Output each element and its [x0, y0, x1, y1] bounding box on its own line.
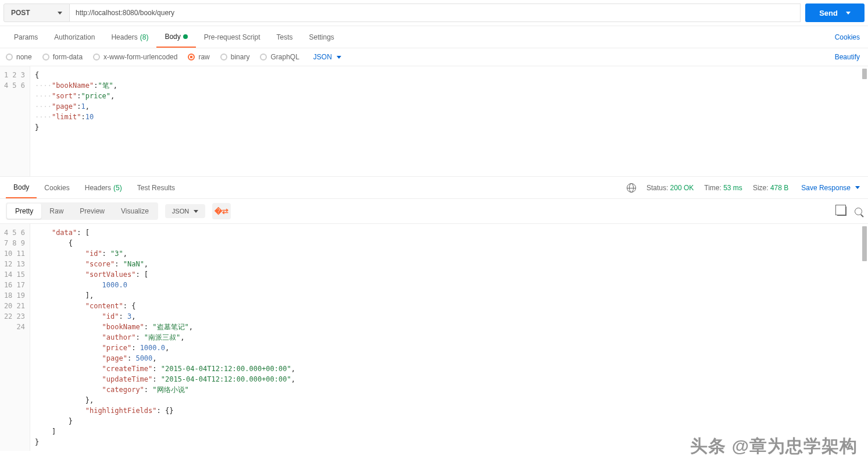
status: Status: 200 OK — [646, 184, 694, 192]
body-format-select[interactable]: JSON — [313, 53, 341, 61]
request-body-editor[interactable]: 1 2 3 4 5 6 { ····"bookName":"笔", ····"s… — [0, 66, 868, 177]
response-toolbar: Pretty Raw Preview Visualize JSON �⁣⇄ — [0, 199, 868, 224]
radio-urlencoded[interactable]: x-www-form-urlencoded — [93, 53, 177, 61]
time: Time: 53 ms — [704, 184, 742, 192]
chevron-down-icon — [855, 186, 860, 189]
minimap[interactable] — [862, 69, 867, 79]
radio-none[interactable]: none — [6, 53, 32, 61]
radio-icon — [188, 54, 195, 60]
url-input[interactable] — [70, 3, 801, 22]
resp-tab-body[interactable]: Body — [6, 177, 37, 198]
beautify-link[interactable]: Beautify — [833, 53, 862, 61]
radio-icon — [260, 54, 267, 60]
globe-icon[interactable] — [627, 183, 636, 193]
view-visualize[interactable]: Visualize — [113, 204, 157, 219]
tab-headers[interactable]: Headers (8) — [103, 26, 156, 48]
radio-icon — [93, 54, 100, 60]
send-button[interactable]: Send — [805, 3, 865, 22]
modified-dot-icon — [183, 34, 188, 39]
chevron-down-icon — [194, 210, 198, 213]
tab-tests[interactable]: Tests — [268, 26, 301, 48]
request-bar: POST Send — [0, 0, 868, 26]
line-gutter: 1 2 3 4 5 6 — [0, 66, 30, 176]
response-meta: Status: 200 OK Time: 53 ms Size: 478 B S… — [627, 183, 862, 193]
chevron-down-icon — [337, 56, 341, 59]
http-method-select[interactable]: POST — [3, 3, 70, 22]
view-mode-group: Pretty Raw Preview Visualize — [6, 202, 158, 220]
view-preview[interactable]: Preview — [72, 204, 113, 219]
request-tabs: Params Authorization Headers (8) Body Pr… — [0, 26, 868, 48]
response-body-editor[interactable]: 4 5 6 7 8 9 10 11 12 13 14 15 16 17 18 1… — [0, 224, 868, 451]
tab-settings[interactable]: Settings — [301, 26, 342, 48]
radio-graphql[interactable]: GraphQL — [260, 53, 299, 61]
tab-prerequest[interactable]: Pre-request Script — [196, 26, 269, 48]
code-content[interactable]: "data": [ { "id": "3", "score": "NaN", "… — [30, 224, 868, 451]
headers-count: (8) — [140, 33, 149, 41]
body-type-row: none form-data x-www-form-urlencoded raw… — [0, 48, 868, 66]
chevron-down-icon — [58, 12, 62, 15]
minimap[interactable] — [862, 226, 867, 261]
cookies-link[interactable]: Cookies — [833, 33, 862, 41]
response-tabs: Body Cookies Headers (5) Test Results St… — [0, 177, 868, 199]
view-pretty[interactable]: Pretty — [7, 204, 41, 219]
radio-formdata[interactable]: form-data — [42, 53, 83, 61]
resp-tab-testresults[interactable]: Test Results — [130, 177, 183, 198]
tab-body[interactable]: Body — [156, 26, 195, 48]
response-actions — [837, 206, 862, 216]
radio-binary[interactable]: binary — [220, 53, 250, 61]
send-label: Send — [819, 9, 838, 17]
headers-count: (5) — [113, 184, 122, 192]
response-format-select[interactable]: JSON — [165, 204, 205, 218]
wrap-lines-button[interactable]: �⁣⇄ — [212, 203, 231, 219]
radio-icon — [42, 54, 49, 60]
tab-authorization[interactable]: Authorization — [46, 26, 103, 48]
save-response-link[interactable]: Save Response — [799, 184, 862, 192]
copy-icon[interactable] — [837, 206, 846, 216]
tab-params[interactable]: Params — [6, 26, 46, 48]
line-gutter: 4 5 6 7 8 9 10 11 12 13 14 15 16 17 18 1… — [0, 224, 30, 451]
radio-icon — [6, 54, 13, 60]
code-content[interactable]: { ····"bookName":"笔", ····"sort":"price"… — [30, 66, 868, 176]
resp-tab-cookies[interactable]: Cookies — [37, 177, 77, 198]
resp-tab-headers[interactable]: Headers (5) — [77, 177, 130, 198]
search-icon[interactable] — [855, 208, 862, 215]
view-raw[interactable]: Raw — [41, 204, 72, 219]
size: Size: 478 B — [753, 184, 788, 192]
chevron-down-icon — [846, 12, 851, 15]
radio-icon — [220, 54, 227, 60]
method-label: POST — [11, 9, 30, 17]
radio-raw[interactable]: raw — [188, 53, 209, 61]
